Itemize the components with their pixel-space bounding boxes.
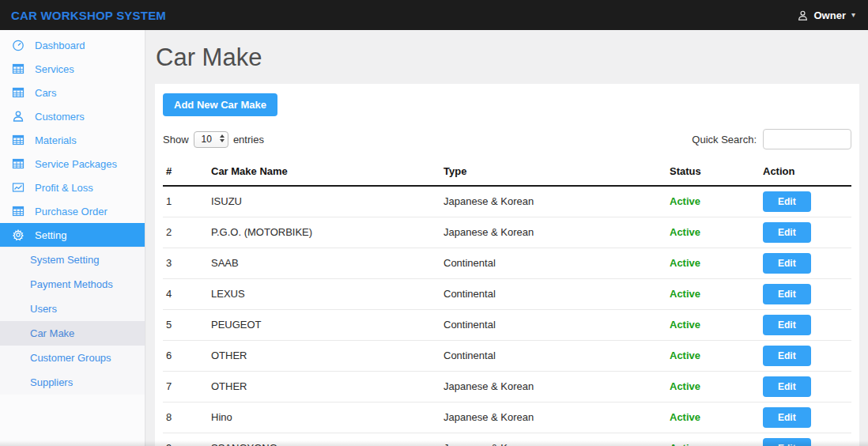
sidebar-item-label: Services — [35, 63, 74, 75]
submenu-item[interactable]: Car Make — [0, 321, 145, 346]
car-make-type: Continental — [440, 309, 666, 340]
submenu-item[interactable]: Customer Groups — [0, 346, 145, 370]
submenu-item[interactable]: Users — [0, 297, 145, 321]
table-row: 5 PEUGEOT Continental Active Edit — [163, 309, 851, 340]
edit-button[interactable]: Edit — [763, 253, 811, 274]
content-card: Add New Car Make Show 10 entries Quick S… — [155, 84, 859, 446]
sidebar-item[interactable]: Purchase Order — [0, 199, 145, 223]
status-badge: Active — [666, 371, 760, 402]
table-row: 4 LEXUS Continental Active Edit — [163, 278, 851, 309]
row-number: 6 — [163, 340, 208, 371]
table-icon — [11, 205, 25, 218]
submenu-item-label: Users — [30, 303, 57, 315]
col-header-name: Car Make Name — [208, 161, 440, 186]
table-row: 6 OTHER Continental Active Edit — [163, 340, 851, 371]
topbar: CAR WORKSHOP SYSTEM Owner ▾ — [0, 0, 868, 30]
col-header-num: # — [163, 161, 208, 186]
car-make-type: Continental — [440, 248, 666, 278]
sidebar-item[interactable]: Service Packages — [0, 152, 145, 176]
sidebar-item[interactable]: Setting — [0, 223, 145, 247]
sidebar-nav: Dashboard Services Cars Customers Materi… — [0, 33, 145, 247]
sidebar-item-label: Materials — [35, 134, 77, 146]
status-badge: Active — [666, 278, 760, 309]
edit-button[interactable]: Edit — [763, 315, 811, 335]
sidebar-item-label: Profit & Loss — [35, 182, 93, 194]
dashboard-gauge-icon — [11, 39, 25, 52]
user-label: Owner — [814, 9, 846, 21]
car-make-name: Hino — [208, 402, 440, 433]
sidebar-item[interactable]: Materials — [0, 128, 145, 152]
person-icon — [797, 9, 809, 21]
car-make-name: OTHER — [208, 340, 440, 371]
quick-search-label: Quick Search: — [692, 134, 757, 146]
row-number: 1 — [163, 186, 208, 217]
submenu-item[interactable]: Payment Methods — [0, 272, 145, 297]
sidebar-item[interactable]: Services — [0, 57, 145, 81]
sidebar-item-label: Setting — [35, 229, 66, 241]
status-badge: Active — [666, 186, 760, 217]
car-make-name: OTHER — [208, 371, 440, 402]
table-row: 8 Hino Japanese & Korean Active Edit — [163, 402, 851, 433]
sidebar-item-label: Purchase Order — [35, 206, 108, 217]
row-number: 9 — [163, 433, 208, 446]
table-row: 7 OTHER Japanese & Korean Active Edit — [163, 371, 851, 402]
quick-search-input[interactable] — [763, 129, 851, 149]
page-size-select[interactable]: 10 — [194, 131, 228, 148]
car-make-name: ISUZU — [208, 186, 440, 217]
submenu-item[interactable]: System Setting — [0, 248, 145, 272]
sidebar: Dashboard Services Cars Customers Materi… — [0, 30, 145, 446]
submenu-item-label: Payment Methods — [30, 278, 113, 290]
status-badge: Active — [666, 248, 760, 278]
gear-icon — [11, 229, 25, 242]
sidebar-item[interactable]: Cars — [0, 81, 145, 104]
edit-button[interactable]: Edit — [763, 438, 811, 446]
edit-button[interactable]: Edit — [763, 346, 811, 366]
col-header-status: Status — [666, 161, 760, 186]
table-icon — [11, 62, 25, 76]
status-badge: Active — [666, 217, 760, 248]
stepper-icon — [220, 134, 225, 142]
car-make-type: Continental — [440, 340, 666, 371]
row-number: 5 — [163, 309, 208, 340]
sidebar-item[interactable]: Customers — [0, 104, 145, 128]
edit-button[interactable]: Edit — [763, 376, 811, 397]
sidebar-item-label: Service Packages — [35, 158, 117, 170]
car-make-type: Japanese & Korean — [440, 217, 666, 248]
submenu-item-label: Car Make — [30, 327, 74, 339]
edit-button[interactable]: Edit — [763, 284, 811, 304]
car-make-type: Japanese & Korean — [440, 433, 666, 446]
edit-button[interactable]: Edit — [763, 191, 811, 212]
car-make-name: SSANGYONG — [208, 433, 440, 446]
person-icon — [11, 110, 25, 123]
col-header-type: Type — [440, 161, 666, 186]
table-icon — [11, 86, 25, 100]
table-icon — [11, 157, 25, 171]
table-row: 1 ISUZU Japanese & Korean Active Edit — [163, 186, 851, 217]
row-number: 8 — [163, 402, 208, 433]
sidebar-item-label: Dashboard — [35, 40, 85, 51]
page-size-value: 10 — [202, 134, 212, 145]
sidebar-item[interactable]: Profit & Loss — [0, 176, 145, 199]
user-menu[interactable]: Owner ▾ — [797, 9, 856, 21]
car-make-type: Japanese & Korean — [440, 402, 666, 433]
car-make-type: Japanese & Korean — [440, 186, 666, 217]
page-title: Car Make — [156, 43, 868, 72]
quick-search-group: Quick Search: — [692, 129, 851, 149]
car-make-name: SAAB — [208, 248, 440, 278]
edit-button[interactable]: Edit — [763, 222, 811, 243]
row-number: 4 — [163, 278, 208, 309]
entries-label: entries — [233, 134, 264, 146]
table-header-row: # Car Make Name Type Status Action — [163, 161, 851, 186]
car-make-name: PEUGEOT — [208, 309, 440, 340]
table-icon — [11, 134, 25, 147]
add-new-car-make-button[interactable]: Add New Car Make — [163, 93, 277, 116]
col-header-action: Action — [760, 161, 851, 186]
sidebar-item[interactable]: Dashboard — [0, 33, 145, 57]
submenu-item[interactable]: Suppliers — [0, 370, 145, 395]
car-make-table: # Car Make Name Type Status Action 1 ISU… — [163, 161, 851, 446]
status-badge: Active — [666, 340, 760, 371]
edit-button[interactable]: Edit — [763, 407, 811, 428]
table-row: 2 P.G.O. (MOTORBIKE) Japanese & Korean A… — [163, 217, 851, 248]
car-make-name: P.G.O. (MOTORBIKE) — [208, 217, 440, 248]
line-chart-icon — [11, 181, 25, 195]
